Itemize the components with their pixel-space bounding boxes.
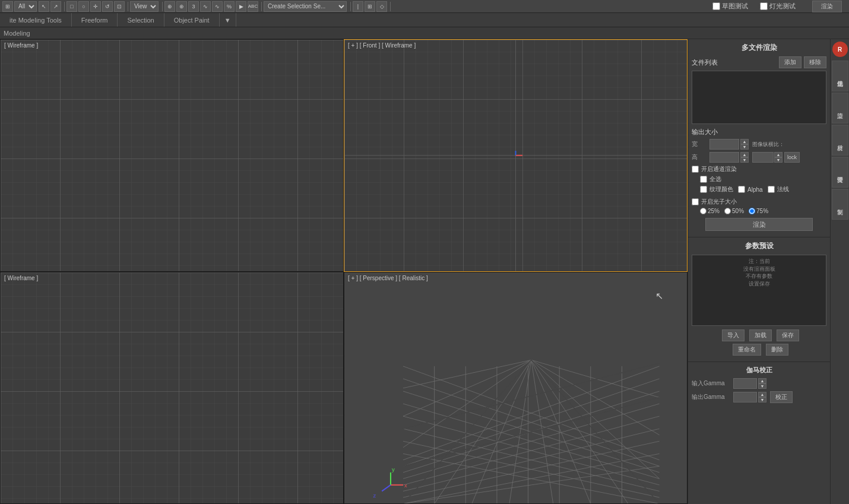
- import-btn[interactable]: 导入: [722, 329, 745, 341]
- tab-object-paint[interactable]: Object Paint: [164, 13, 220, 27]
- toolbar-icon-curve2[interactable]: ∿: [212, 1, 223, 12]
- toolbar-icon-num[interactable]: 3: [188, 1, 199, 12]
- separator-1: [64, 2, 65, 11]
- viewport-bottom-left[interactable]: [ Wireframe ]: [0, 272, 344, 505]
- copy-btn[interactable]: 复制: [832, 189, 848, 220]
- svg-text:z: z: [373, 492, 376, 498]
- calibrate-btn[interactable]: 校正: [770, 391, 793, 403]
- preset-btn-row-1: 导入 加载 保存: [692, 329, 826, 341]
- main-render-btn[interactable]: 渲染: [705, 218, 813, 231]
- input-gamma-down[interactable]: ▼: [758, 383, 766, 389]
- toolbar-icon-select2[interactable]: ↗: [50, 1, 61, 12]
- toolbar-icon-snap[interactable]: ⊕: [164, 1, 175, 12]
- alpha-checkbox[interactable]: [738, 186, 745, 193]
- all-select-checkbox[interactable]: [700, 176, 707, 183]
- toolbar-icon-key[interactable]: ◇: [376, 1, 387, 12]
- tab-freeform[interactable]: Freeform: [72, 13, 118, 27]
- toolbar-icon-grid[interactable]: ⊞: [2, 1, 13, 12]
- height-spinner: 480 ▲ ▼: [709, 152, 749, 163]
- photon-25-radio[interactable]: [700, 208, 707, 214]
- photon-75-radio[interactable]: [749, 208, 755, 214]
- viewport-bottom-right[interactable]: [ + ] [ Perspective ] [ Realistic ] ↖: [344, 272, 688, 505]
- alpha-row: Alpha: [738, 185, 763, 194]
- tab-selection[interactable]: Selection: [118, 13, 164, 27]
- dropdown-view[interactable]: ViewView: [130, 1, 159, 12]
- viewport-top-right[interactable]: [ + ] [ Front ] [ Wireframe ]: [344, 39, 688, 272]
- scene-optimize-btn[interactable]: 场景优化: [832, 61, 848, 91]
- width-input[interactable]: 640: [709, 139, 739, 150]
- toolbar-icon-anim[interactable]: ▶: [236, 1, 246, 12]
- add-file-btn[interactable]: 添加: [779, 56, 802, 68]
- viewport-top-left[interactable]: [ Wireframe ]: [0, 39, 344, 272]
- photon-25-label: 25%: [708, 208, 720, 214]
- width-up[interactable]: ▲: [740, 139, 749, 144]
- height-up[interactable]: ▲: [740, 152, 749, 157]
- save-preset-btn[interactable]: 保存: [777, 329, 799, 341]
- dropdown-all[interactable]: AllAll: [14, 1, 37, 12]
- separator-6: [390, 2, 391, 11]
- render-panel-btn[interactable]: 渲染: [832, 93, 848, 123]
- all-select-label: 全选: [709, 175, 721, 183]
- delete-btn[interactable]: 删除: [766, 344, 788, 356]
- input-gamma-up[interactable]: ▲: [758, 378, 766, 383]
- file-manage-btn[interactable]: 文件管理: [832, 157, 848, 188]
- toolbar-icon-percent[interactable]: %: [224, 1, 235, 12]
- photon-size-row: 开启光子大小: [692, 198, 826, 206]
- toolbar-icon-move[interactable]: ✛: [90, 1, 101, 12]
- toolbar-icon-select[interactable]: ↖: [39, 1, 49, 12]
- toolbar-icon-curve1[interactable]: ∿: [200, 1, 211, 12]
- toolbar-icon-pin[interactable]: |: [353, 1, 363, 12]
- photon-75-row: 75%: [749, 208, 768, 214]
- render-top-btn[interactable]: 渲染: [812, 1, 842, 12]
- output-gamma-input[interactable]: 0.01: [733, 392, 757, 402]
- output-gamma-down[interactable]: ▼: [758, 397, 766, 402]
- toolbar-icon-snap2[interactable]: ⊕: [176, 1, 187, 12]
- material-btn[interactable]: 材质: [832, 125, 848, 156]
- height-input[interactable]: 480: [709, 152, 739, 163]
- photon-size-checkbox[interactable]: [692, 198, 699, 205]
- input-gamma-spinner: 0.01 ▲ ▼: [733, 378, 766, 389]
- multi-render-section: 多文件渲染 文件列表 添加 移除 输出大小 宽 640: [688, 39, 830, 237]
- load-btn[interactable]: 加载: [749, 329, 772, 341]
- diffuse-checkbox[interactable]: [700, 186, 707, 193]
- toolbar-icon-abc[interactable]: ABC: [248, 1, 258, 12]
- grass-test-check-label[interactable]: 草图测试: [712, 2, 748, 11]
- main-layout: [ Wireframe ] [ + ] [ Front ] [ Wirefram…: [0, 39, 849, 504]
- viewport-area: [ Wireframe ] [ + ] [ Front ] [ Wirefram…: [0, 39, 688, 504]
- light-test-check-label[interactable]: 灯光测试: [760, 2, 796, 11]
- toolbar-icon-rect[interactable]: □: [66, 1, 77, 12]
- top-toolbar: ⊞ AllAll ↖ ↗ □ ○ ✛ ↺ ⊡ ViewView ⊕ ⊕ 3 ∿ …: [0, 0, 849, 13]
- photon-75-label: 75%: [756, 208, 768, 214]
- light-test-checkbox[interactable]: [760, 2, 768, 10]
- grass-test-checkbox[interactable]: [712, 2, 720, 10]
- height-down[interactable]: ▼: [740, 157, 749, 163]
- normal-checkbox[interactable]: [768, 186, 775, 193]
- svg-rect-2: [1, 40, 343, 271]
- tab-more[interactable]: ▼: [220, 13, 236, 27]
- width-row: 宽 640 ▲ ▼ 图像纵横比：: [692, 139, 826, 150]
- toolbar-icon-rotate[interactable]: ↺: [102, 1, 113, 12]
- cursor-indicator: ↖: [655, 290, 663, 302]
- aspect-down[interactable]: ▼: [774, 157, 783, 163]
- input-gamma-input[interactable]: 0.01: [733, 378, 757, 389]
- photon-50-row: 50%: [724, 208, 744, 214]
- multi-render-title: 多文件渲染: [692, 43, 826, 53]
- svg-rect-13: [372, 272, 659, 504]
- dropdown-create-selection[interactable]: Create Selection Se...Create Selection S…: [264, 1, 347, 12]
- photon-50-radio[interactable]: [724, 208, 731, 214]
- lock-btn[interactable]: lock: [784, 152, 800, 163]
- output-gamma-up[interactable]: ▲: [758, 392, 766, 397]
- width-down[interactable]: ▼: [740, 144, 749, 150]
- rename-btn[interactable]: 重命名: [733, 344, 761, 356]
- channel-render-label: 开启通道渲染: [701, 165, 737, 173]
- far-right-panel: R 场景优化 渲染 材质 文件管理 复制: [830, 39, 849, 504]
- toolbar-icon-circle[interactable]: ○: [78, 1, 89, 12]
- channel-render-checkbox[interactable]: [692, 166, 699, 173]
- remove-file-btn[interactable]: 移除: [804, 56, 826, 68]
- aspect-value-input[interactable]: 1.33: [752, 152, 774, 163]
- tab-modeling-tools[interactable]: ite Modeling Tools: [0, 13, 72, 27]
- photon-25-row: 25%: [700, 208, 720, 214]
- aspect-up[interactable]: ▲: [774, 152, 783, 157]
- toolbar-icon-frame[interactable]: ⊞: [365, 1, 375, 12]
- toolbar-icon-scale[interactable]: ⊡: [114, 1, 125, 12]
